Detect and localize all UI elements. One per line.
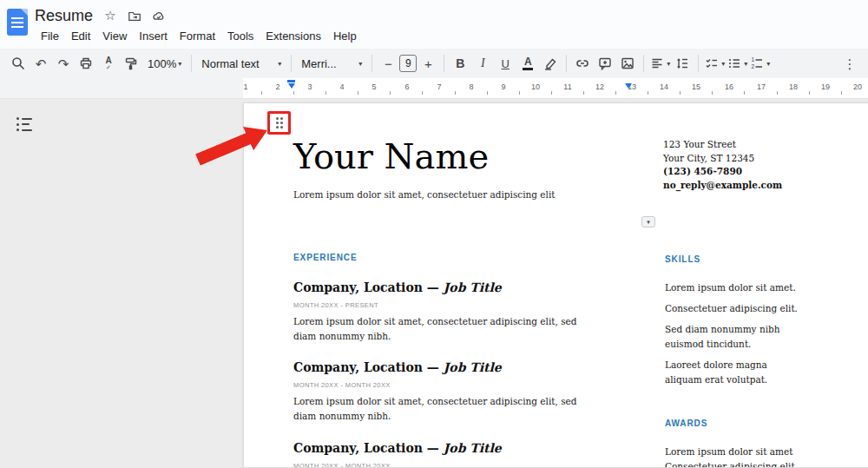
dropdown-chip[interactable]: ▾ (641, 216, 655, 227)
resume-name[interactable]: Your Name (293, 136, 489, 176)
document-page[interactable]: Your Name Lorem ipsum dolor sit amet, co… (243, 102, 868, 468)
skills-heading[interactable]: SKILLS (665, 254, 700, 264)
menu-extensions[interactable]: Extensions (260, 28, 327, 44)
zoom-value: 100% (148, 57, 176, 70)
undo-button[interactable]: ↶ (30, 52, 52, 75)
awards-heading[interactable]: AWARDS (665, 419, 707, 428)
chevron-down-icon: ▾ (766, 60, 770, 68)
checklist-icon (704, 56, 720, 71)
ruler-mark: 18 (789, 82, 798, 91)
toolbar-overflow-button[interactable]: ⋮ (838, 52, 861, 75)
skill-item[interactable]: Consectetuer adipiscing elit. (665, 301, 799, 316)
show-outline-button[interactable] (16, 116, 35, 132)
star-icon[interactable]: ☆ (103, 9, 117, 23)
menu-format[interactable]: Format (174, 28, 221, 44)
paint-roller-icon (123, 56, 139, 71)
font-size-decrease-button[interactable]: − (377, 52, 399, 75)
line-spacing-icon (674, 56, 690, 71)
entry-title: Company, Location — Job Title (293, 441, 502, 455)
redo-button[interactable]: ↷ (52, 52, 75, 75)
font-size-increase-button[interactable]: + (417, 52, 439, 75)
redo-icon: ↷ (58, 57, 69, 70)
svg-text:1: 1 (752, 56, 755, 63)
text-color-icon: A (523, 56, 533, 70)
skill-item[interactable]: Laoreet dolore magna aliquam erat volutp… (665, 358, 799, 386)
entry-body: Lorem ipsum dolor sit amet, consectetuer… (293, 314, 599, 344)
print-button[interactable] (75, 52, 97, 75)
zoom-select[interactable]: 100%▾ (142, 52, 187, 75)
print-icon (78, 56, 94, 71)
ruler-margin-area (0, 78, 243, 98)
align-button[interactable]: ▾ (648, 52, 671, 75)
font-select[interactable]: Merri...▾ (296, 52, 367, 75)
menu-tools[interactable]: Tools (221, 28, 260, 44)
insert-link-button[interactable] (571, 52, 594, 75)
numbered-list-icon: 12 (749, 56, 765, 71)
chevron-down-icon: ▾ (721, 60, 725, 68)
spellcheck-icon: A✓ (105, 56, 111, 70)
indent-marker-left[interactable] (287, 80, 295, 89)
contact-email: no_reply@example.com (663, 179, 863, 193)
ruler-mark: 4 (339, 82, 344, 91)
entry-body: Lorem ipsum dolor sit amet, consectetuer… (293, 394, 599, 424)
toolbar-separator (191, 55, 192, 72)
ruler-mark: 8 (469, 82, 473, 91)
menu-insert[interactable]: Insert (133, 28, 174, 44)
awards-list[interactable]: Lorem ipsum dolor sit amet Consectetuer … (665, 445, 804, 468)
indent-marker-right[interactable] (625, 80, 632, 89)
insert-image-button[interactable] (616, 52, 639, 75)
toolbar-separator (444, 55, 444, 72)
menu-help[interactable]: Help (327, 28, 363, 44)
six-dot-drag-icon (276, 117, 283, 129)
award-item: Consectetuer adipiscing elit. (665, 459, 804, 468)
document-canvas: Your Name Lorem ipsum dolor sit amet, co… (0, 99, 868, 468)
toolbar-separator (566, 55, 567, 72)
document-title[interactable]: Resume (35, 7, 93, 25)
chevron-down-icon: ▾ (358, 60, 362, 68)
undo-icon: ↶ (36, 57, 47, 70)
bold-button[interactable]: B (449, 52, 471, 75)
chevron-down-icon: ▾ (647, 219, 650, 226)
line-spacing-button[interactable] (671, 52, 694, 75)
checklist-button[interactable]: ▾ (703, 52, 726, 75)
entry-dates: MONTH 20XX - MONTH 20XX (293, 381, 391, 389)
chevron-down-icon: ▾ (744, 60, 747, 68)
underline-icon: U (502, 57, 510, 70)
search-button[interactable] (7, 52, 30, 75)
menu-bar: File Edit View Insert Format Tools Exten… (35, 28, 363, 44)
skill-item[interactable]: Lorem ipsum dolor sit amet. (665, 280, 799, 295)
skill-item[interactable]: Sed diam nonummy nibh euismod tincidunt. (665, 322, 799, 351)
resume-tagline[interactable]: Lorem ipsum dolor sit amet, consectetuer… (293, 189, 556, 200)
ruler[interactable]: 1 2 3 4 5 6 7 8 9 10 11 12 13 14 15 16 1… (0, 78, 868, 99)
toolbar-separator (372, 55, 372, 72)
minus-icon: − (385, 57, 392, 70)
ruler-mark: 10 (531, 82, 540, 91)
cloud-status-icon[interactable] (152, 9, 166, 23)
experience-heading[interactable]: EXPERIENCE (293, 253, 357, 262)
numbered-list-button[interactable]: 12 ▾ (748, 52, 771, 75)
menu-view[interactable]: View (96, 28, 133, 44)
text-color-button[interactable]: A (516, 52, 539, 75)
docs-logo-icon[interactable] (7, 9, 28, 36)
menu-edit[interactable]: Edit (65, 28, 96, 44)
paragraph-style-value: Normal text (201, 57, 259, 70)
menu-file[interactable]: File (35, 28, 65, 44)
paint-format-button[interactable] (120, 52, 142, 75)
ruler-mark: 11 (563, 82, 571, 91)
bulleted-list-button[interactable]: ▾ (726, 52, 748, 75)
ruler-mark: 7 (437, 82, 441, 91)
entry-dates: MONTH 20XX - MONTH 20XX (293, 462, 391, 468)
underline-button[interactable]: U (494, 52, 516, 75)
move-folder-icon[interactable] (128, 9, 141, 23)
contact-block[interactable]: 123 Your Street Your City, ST 12345 (123… (663, 138, 863, 192)
font-size-input[interactable]: 9 (399, 55, 417, 72)
italic-button[interactable]: I (471, 52, 494, 75)
drag-handle[interactable] (267, 111, 291, 135)
annotation-arrow-icon (191, 120, 271, 167)
add-comment-button[interactable] (594, 52, 616, 75)
highlight-color-button[interactable] (539, 52, 562, 75)
highlighter-icon (542, 56, 558, 71)
paragraph-style-select[interactable]: Normal text▾ (196, 52, 286, 75)
spellcheck-button[interactable]: A✓ (97, 52, 120, 75)
link-icon (575, 56, 590, 71)
